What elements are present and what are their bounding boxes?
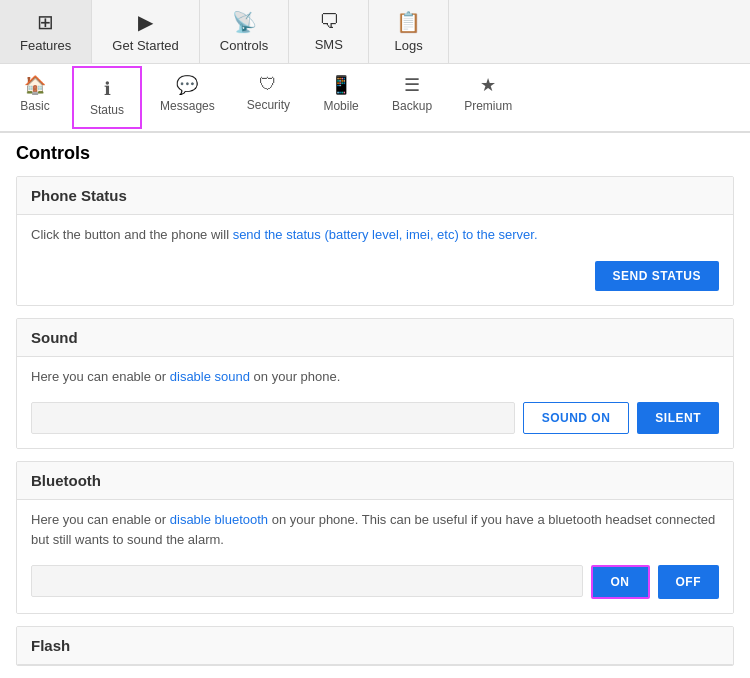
bluetooth-desc-highlight: disable bluetooth <box>170 512 268 527</box>
sound-desc-text1: Here you can enable or <box>31 369 170 384</box>
bluetooth-body: Here you can enable or disable bluetooth… <box>17 500 733 613</box>
sub-nav-basic-label: Basic <box>20 99 49 113</box>
send-status-button[interactable]: SEND STATUS <box>595 261 719 291</box>
bluetooth-desc: Here you can enable or disable bluetooth… <box>31 510 719 549</box>
basic-icon: 🏠 <box>24 74 46 96</box>
bluetooth-header: Bluetooth <box>17 462 733 500</box>
sound-body: Here you can enable or disable sound on … <box>17 357 733 449</box>
security-icon: 🛡 <box>259 74 277 95</box>
sub-nav-basic[interactable]: 🏠 Basic <box>0 64 70 131</box>
bluetooth-off-button[interactable]: OFF <box>658 565 720 599</box>
controls-icon: 📡 <box>232 10 257 34</box>
get-started-icon: ▶ <box>138 10 153 34</box>
page-title: Controls <box>16 143 734 164</box>
sound-header: Sound <box>17 319 733 357</box>
sub-nav-status[interactable]: ℹ Status <box>72 66 142 129</box>
flash-card: Flash <box>16 626 734 666</box>
sub-nav-mobile-label: Mobile <box>323 99 358 113</box>
mobile-icon: 📱 <box>330 74 352 96</box>
bluetooth-on-button[interactable]: ON <box>591 565 650 599</box>
silent-button[interactable]: SILENT <box>637 402 719 434</box>
sound-desc: Here you can enable or disable sound on … <box>31 367 719 387</box>
top-nav-sms[interactable]: 🗨 SMS <box>289 0 369 63</box>
top-nav-logs-label: Logs <box>395 38 423 53</box>
phone-status-body: Click the button and the phone will send… <box>17 215 733 305</box>
sms-icon: 🗨 <box>319 10 339 33</box>
bluetooth-input <box>31 565 583 597</box>
sound-on-button[interactable]: SOUND ON <box>523 402 630 434</box>
logs-icon: 📋 <box>396 10 421 34</box>
sub-nav-premium[interactable]: Premium <box>448 64 528 131</box>
phone-status-desc: Click the button and the phone will send… <box>31 225 719 245</box>
top-nav-controls[interactable]: 📡 Controls <box>200 0 289 63</box>
sub-nav-messages[interactable]: 💬 Messages <box>144 64 231 131</box>
sub-nav-security-label: Security <box>247 98 290 112</box>
phone-status-actions: SEND STATUS <box>31 255 719 295</box>
top-nav-controls-label: Controls <box>220 38 268 53</box>
top-nav-logs[interactable]: 📋 Logs <box>369 0 449 63</box>
sub-nav-mobile[interactable]: 📱 Mobile <box>306 64 376 131</box>
sound-card: Sound Here you can enable or disable sou… <box>16 318 734 450</box>
phone-status-desc-text1: Click the button and the phone will <box>31 227 233 242</box>
bluetooth-card: Bluetooth Here you can enable or disable… <box>16 461 734 614</box>
status-icon: ℹ <box>104 78 111 100</box>
bluetooth-actions: ON OFF <box>31 559 719 603</box>
main-content: Controls Phone Status Click the button a… <box>0 133 750 678</box>
sub-nav-messages-label: Messages <box>160 99 215 113</box>
messages-icon: 💬 <box>176 74 198 96</box>
top-nav-features-label: Features <box>20 38 71 53</box>
sub-nav-premium-label: Premium <box>464 99 512 113</box>
sound-desc-highlight: disable sound <box>170 369 250 384</box>
sub-nav-status-label: Status <box>90 103 124 117</box>
phone-status-card: Phone Status Click the button and the ph… <box>16 176 734 306</box>
sub-nav-backup-label: Backup <box>392 99 432 113</box>
phone-status-desc-highlight: send the status (battery level, imei, et… <box>233 227 538 242</box>
top-nav-get-started[interactable]: ▶ Get Started <box>92 0 199 63</box>
sub-nav-backup[interactable]: ☰ Backup <box>376 64 448 131</box>
top-nav-sms-label: SMS <box>315 37 343 52</box>
sound-input <box>31 402 515 434</box>
sub-nav-security[interactable]: 🛡 Security <box>231 64 306 131</box>
backup-icon: ☰ <box>404 74 420 96</box>
sub-nav: 🏠 Basic ℹ Status 💬 Messages 🛡 Security 📱… <box>0 64 750 133</box>
premium-icon <box>480 74 496 96</box>
sound-actions: SOUND ON SILENT <box>31 396 719 438</box>
phone-status-header: Phone Status <box>17 177 733 215</box>
sound-desc-text2: on your phone. <box>250 369 340 384</box>
top-nav: ⊞ Features ▶ Get Started 📡 Controls 🗨 SM… <box>0 0 750 64</box>
top-nav-get-started-label: Get Started <box>112 38 178 53</box>
bluetooth-desc-text1: Here you can enable or <box>31 512 170 527</box>
top-nav-features[interactable]: ⊞ Features <box>0 0 92 63</box>
features-icon: ⊞ <box>37 10 54 34</box>
flash-header: Flash <box>17 627 733 665</box>
